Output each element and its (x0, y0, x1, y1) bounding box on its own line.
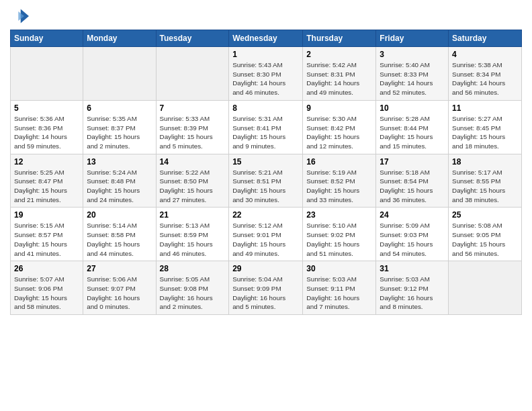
day-info: Sunrise: 5:10 AM Sunset: 9:02 PM Dayligh… (306, 222, 359, 257)
day-info: Sunrise: 5:25 AM Sunset: 8:47 PM Dayligh… (14, 169, 67, 203)
calendar-cell: 1Sunrise: 5:43 AM Sunset: 8:30 PM Daylig… (229, 47, 303, 101)
calendar-cell: 6Sunrise: 5:35 AM Sunset: 8:37 PM Daylig… (83, 100, 156, 154)
day-info: Sunrise: 5:13 AM Sunset: 8:59 PM Dayligh… (160, 222, 213, 257)
calendar-body: 1Sunrise: 5:43 AM Sunset: 8:30 PM Daylig… (11, 47, 522, 315)
day-number: 20 (87, 210, 152, 220)
day-info: Sunrise: 5:03 AM Sunset: 9:11 PM Dayligh… (306, 275, 359, 310)
day-info: Sunrise: 5:08 AM Sunset: 9:05 PM Dayligh… (452, 222, 505, 257)
day-info: Sunrise: 5:35 AM Sunset: 8:37 PM Dayligh… (87, 115, 140, 150)
day-number: 10 (380, 103, 445, 113)
calendar-cell: 10Sunrise: 5:28 AM Sunset: 8:44 PM Dayli… (376, 100, 449, 154)
calendar-cell: 9Sunrise: 5:30 AM Sunset: 8:42 PM Daylig… (303, 100, 376, 154)
day-info: Sunrise: 5:40 AM Sunset: 8:33 PM Dayligh… (380, 61, 433, 96)
day-number: 2 (306, 50, 372, 59)
day-info: Sunrise: 5:22 AM Sunset: 8:50 PM Dayligh… (160, 169, 213, 203)
day-number: 4 (452, 50, 518, 59)
logo-icon (10, 7, 29, 26)
weekday-header: Friday (376, 30, 449, 47)
calendar-header: SundayMondayTuesdayWednesdayThursdayFrid… (11, 30, 522, 47)
day-info: Sunrise: 5:04 AM Sunset: 9:09 PM Dayligh… (232, 275, 285, 310)
day-number: 16 (306, 157, 372, 167)
weekday-header: Thursday (303, 30, 376, 47)
day-info: Sunrise: 5:17 AM Sunset: 8:55 PM Dayligh… (452, 169, 505, 203)
day-number: 3 (380, 50, 445, 59)
day-number: 29 (232, 264, 299, 273)
day-info: Sunrise: 5:38 AM Sunset: 8:34 PM Dayligh… (452, 61, 505, 96)
weekday-header: Wednesday (229, 30, 303, 47)
calendar-cell: 13Sunrise: 5:24 AM Sunset: 8:48 PM Dayli… (83, 154, 156, 208)
day-number: 24 (380, 210, 445, 220)
calendar-cell: 7Sunrise: 5:33 AM Sunset: 8:39 PM Daylig… (156, 100, 229, 154)
day-info: Sunrise: 5:12 AM Sunset: 9:01 PM Dayligh… (232, 222, 285, 257)
calendar-cell: 30Sunrise: 5:03 AM Sunset: 9:11 PM Dayli… (303, 261, 376, 315)
day-number: 17 (380, 157, 445, 167)
calendar-cell: 22Sunrise: 5:12 AM Sunset: 9:01 PM Dayli… (229, 208, 303, 261)
calendar-cell: 19Sunrise: 5:15 AM Sunset: 8:57 PM Dayli… (11, 208, 83, 261)
weekday-header: Saturday (449, 30, 522, 47)
day-info: Sunrise: 5:07 AM Sunset: 9:06 PM Dayligh… (14, 275, 67, 310)
calendar-week-row: 12Sunrise: 5:25 AM Sunset: 8:47 PM Dayli… (11, 154, 522, 208)
calendar-cell: 15Sunrise: 5:21 AM Sunset: 8:51 PM Dayli… (229, 154, 303, 208)
day-number: 23 (306, 210, 372, 220)
calendar-cell: 31Sunrise: 5:03 AM Sunset: 9:12 PM Dayli… (376, 261, 449, 315)
day-info: Sunrise: 5:33 AM Sunset: 8:39 PM Dayligh… (160, 115, 213, 150)
calendar-cell: 23Sunrise: 5:10 AM Sunset: 9:02 PM Dayli… (303, 208, 376, 261)
calendar-week-row: 1Sunrise: 5:43 AM Sunset: 8:30 PM Daylig… (11, 47, 522, 101)
calendar-cell: 5Sunrise: 5:36 AM Sunset: 8:36 PM Daylig… (11, 100, 83, 154)
day-info: Sunrise: 5:18 AM Sunset: 8:54 PM Dayligh… (380, 169, 433, 203)
day-number: 7 (160, 103, 226, 113)
calendar-cell: 17Sunrise: 5:18 AM Sunset: 8:54 PM Dayli… (376, 154, 449, 208)
calendar-container: SundayMondayTuesdayWednesdayThursdayFrid… (0, 0, 532, 322)
day-number: 22 (232, 210, 299, 220)
day-info: Sunrise: 5:31 AM Sunset: 8:41 PM Dayligh… (232, 115, 285, 150)
calendar-cell: 29Sunrise: 5:04 AM Sunset: 9:09 PM Dayli… (229, 261, 303, 315)
weekday-row: SundayMondayTuesdayWednesdayThursdayFrid… (11, 30, 522, 47)
calendar-cell (156, 47, 229, 101)
day-info: Sunrise: 5:43 AM Sunset: 8:30 PM Dayligh… (232, 61, 285, 96)
calendar-cell: 12Sunrise: 5:25 AM Sunset: 8:47 PM Dayli… (11, 154, 83, 208)
day-info: Sunrise: 5:24 AM Sunset: 8:48 PM Dayligh… (87, 169, 140, 203)
day-number: 6 (87, 103, 152, 113)
day-number: 19 (14, 210, 79, 220)
day-info: Sunrise: 5:27 AM Sunset: 8:45 PM Dayligh… (452, 115, 505, 150)
calendar-cell: 28Sunrise: 5:05 AM Sunset: 9:08 PM Dayli… (156, 261, 229, 315)
calendar-cell: 21Sunrise: 5:13 AM Sunset: 8:59 PM Dayli… (156, 208, 229, 261)
calendar-cell: 25Sunrise: 5:08 AM Sunset: 9:05 PM Dayli… (449, 208, 522, 261)
calendar-cell: 14Sunrise: 5:22 AM Sunset: 8:50 PM Dayli… (156, 154, 229, 208)
day-info: Sunrise: 5:09 AM Sunset: 9:03 PM Dayligh… (380, 222, 433, 257)
logo (10, 7, 32, 26)
calendar-table: SundayMondayTuesdayWednesdayThursdayFrid… (10, 30, 522, 315)
calendar-cell: 8Sunrise: 5:31 AM Sunset: 8:41 PM Daylig… (229, 100, 303, 154)
weekday-header: Sunday (11, 30, 83, 47)
day-number: 18 (452, 157, 518, 167)
day-info: Sunrise: 5:15 AM Sunset: 8:57 PM Dayligh… (14, 222, 67, 257)
day-info: Sunrise: 5:05 AM Sunset: 9:08 PM Dayligh… (160, 275, 213, 310)
day-info: Sunrise: 5:19 AM Sunset: 8:52 PM Dayligh… (306, 169, 359, 203)
day-number: 31 (380, 264, 445, 273)
calendar-week-row: 19Sunrise: 5:15 AM Sunset: 8:57 PM Dayli… (11, 208, 522, 261)
calendar-week-row: 5Sunrise: 5:36 AM Sunset: 8:36 PM Daylig… (11, 100, 522, 154)
day-number: 14 (160, 157, 226, 167)
calendar-cell: 20Sunrise: 5:14 AM Sunset: 8:58 PM Dayli… (83, 208, 156, 261)
calendar-cell (11, 47, 83, 101)
calendar-cell: 2Sunrise: 5:42 AM Sunset: 8:31 PM Daylig… (303, 47, 376, 101)
day-info: Sunrise: 5:42 AM Sunset: 8:31 PM Dayligh… (306, 61, 359, 96)
day-number: 1 (232, 50, 299, 59)
day-info: Sunrise: 5:14 AM Sunset: 8:58 PM Dayligh… (87, 222, 140, 257)
day-number: 15 (232, 157, 299, 167)
day-number: 13 (87, 157, 152, 167)
day-number: 11 (452, 103, 518, 113)
day-number: 9 (306, 103, 372, 113)
weekday-header: Monday (83, 30, 156, 47)
calendar-cell: 24Sunrise: 5:09 AM Sunset: 9:03 PM Dayli… (376, 208, 449, 261)
day-info: Sunrise: 5:30 AM Sunset: 8:42 PM Dayligh… (306, 115, 359, 150)
day-number: 5 (14, 103, 79, 113)
calendar-cell: 4Sunrise: 5:38 AM Sunset: 8:34 PM Daylig… (449, 47, 522, 101)
day-number: 27 (87, 264, 152, 273)
calendar-cell: 27Sunrise: 5:06 AM Sunset: 9:07 PM Dayli… (83, 261, 156, 315)
day-number: 30 (306, 264, 372, 273)
day-number: 21 (160, 210, 226, 220)
calendar-cell: 18Sunrise: 5:17 AM Sunset: 8:55 PM Dayli… (449, 154, 522, 208)
day-number: 12 (14, 157, 79, 167)
header (10, 7, 522, 26)
